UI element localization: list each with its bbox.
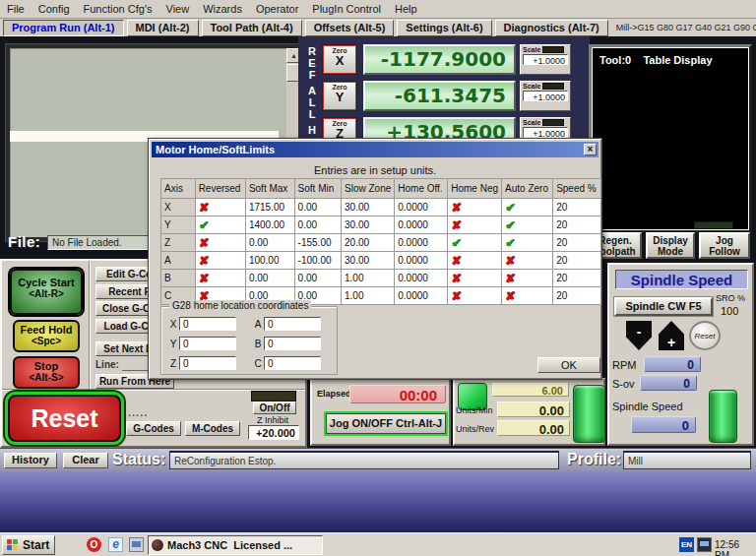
toggle-cell[interactable]: ✘ <box>195 252 245 270</box>
menu-plugin-control[interactable]: PlugIn Control <box>305 2 388 16</box>
scale-value-z[interactable]: +1.0000 <box>523 127 568 138</box>
value-cell[interactable]: 20 <box>553 270 601 287</box>
history-button[interactable]: History <box>4 453 57 468</box>
toggle-cell[interactable]: ✔ <box>195 216 245 234</box>
units-min-display[interactable]: 0.00 <box>497 402 570 417</box>
toggle-cell[interactable]: ✘ <box>502 287 553 305</box>
value-cell[interactable]: 20 <box>553 234 601 252</box>
spindle-speed-up-icon[interactable]: + <box>659 321 684 350</box>
value-cell[interactable]: 30.00 <box>342 252 395 270</box>
toggle-cell[interactable]: ✘ <box>502 270 553 287</box>
toolpath-btn-display-mode[interactable]: DisplayMode <box>646 232 695 259</box>
feed-hold-button[interactable]: Feed Hold <Spc> <box>13 320 80 352</box>
value-cell[interactable]: 100.00 <box>245 252 294 270</box>
spindle-speed-display[interactable]: 0 <box>631 416 696 433</box>
reset-button[interactable]: Reset <box>8 395 121 442</box>
toggle-cell[interactable]: ✘ <box>195 234 245 252</box>
g28-input-b[interactable] <box>264 337 321 350</box>
close-icon[interactable]: × <box>584 144 597 155</box>
z-inhibit-onoff-button[interactable]: On/Off <box>253 402 296 414</box>
value-cell[interactable]: 1715.00 <box>245 199 294 216</box>
value-cell[interactable]: 30.00 <box>342 199 395 216</box>
value-cell[interactable]: 20 <box>553 287 601 305</box>
value-cell[interactable]: 1.00 <box>342 270 395 287</box>
value-cell[interactable]: 1400.00 <box>245 216 294 234</box>
fro-display[interactable]: 6.00 <box>492 383 569 397</box>
tab-diagnostics-alt-7[interactable]: Diagnostics (Alt-7) <box>495 20 608 36</box>
value-cell[interactable]: 0.0000 <box>395 216 448 234</box>
spindle-speed-slider[interactable] <box>709 390 737 443</box>
value-cell[interactable]: 0.00 <box>245 270 294 287</box>
toggle-cell[interactable]: ✘ <box>195 270 245 287</box>
tab-settings-alt-6[interactable]: Settings (Alt-6) <box>397 20 491 36</box>
value-cell[interactable]: 30.00 <box>342 216 395 234</box>
g28-input-c[interactable] <box>264 356 321 370</box>
toggle-cell[interactable]: ✘ <box>448 199 502 216</box>
value-cell[interactable]: 20 <box>553 199 601 216</box>
jog-onoff-button[interactable]: Jog ON/OFF Ctrl-Alt-J <box>326 413 446 434</box>
toolpath-display[interactable]: Tool:0 Table Display <box>589 44 752 233</box>
toolpath-btn-jog-follow[interactable]: JogFollow <box>699 232 750 259</box>
opera-icon[interactable]: O <box>87 537 101 552</box>
toggle-cell[interactable]: ✔ <box>448 234 502 252</box>
sro-reset-button[interactable]: Reset <box>689 321 721 350</box>
value-cell[interactable]: -155.00 <box>294 234 341 252</box>
toggle-cell[interactable]: ✔ <box>502 216 553 234</box>
language-indicator[interactable]: EN <box>679 537 694 552</box>
menu-help[interactable]: Help <box>388 2 424 16</box>
menu-operator[interactable]: Operator <box>249 2 305 16</box>
toggle-cell[interactable]: ✘ <box>448 216 502 234</box>
internet-explorer-icon[interactable]: e <box>108 537 123 552</box>
show-desktop-icon[interactable] <box>129 537 144 552</box>
value-cell[interactable]: 0.00 <box>294 199 341 216</box>
dro-value-x[interactable]: -1177.9000 <box>363 44 516 75</box>
value-cell[interactable]: 0.0000 <box>395 270 448 287</box>
toggle-cell[interactable]: ✘ <box>448 252 502 270</box>
toggle-cell[interactable]: ✔ <box>502 199 553 216</box>
value-cell[interactable]: 0.0000 <box>395 252 448 270</box>
toggle-cell[interactable]: ✘ <box>448 270 502 287</box>
value-cell[interactable]: 1.00 <box>342 287 395 305</box>
stop-button[interactable]: Stop <Alt-S> <box>13 356 80 389</box>
z-inhibit-value[interactable]: +20.000 <box>248 425 299 440</box>
tray-icon[interactable] <box>697 537 712 552</box>
menu-file[interactable]: File <box>0 2 32 16</box>
g28-input-a[interactable] <box>264 317 321 331</box>
value-cell[interactable]: -100.00 <box>294 252 341 270</box>
value-cell[interactable]: 0.0000 <box>395 199 448 216</box>
value-cell[interactable]: 0.0000 <box>395 287 448 305</box>
zero-y-button[interactable]: ZeroY <box>322 81 357 111</box>
tab-mdi-alt-2[interactable]: MDI (Alt-2) <box>127 20 199 36</box>
tab-offsets-alt-5[interactable]: Offsets (Alt-5) <box>305 20 395 36</box>
value-cell[interactable]: 0.00 <box>245 234 294 252</box>
menu-wizards[interactable]: Wizards <box>196 2 249 16</box>
g-codes-button[interactable]: G-Codes <box>126 421 181 436</box>
dro-value-y[interactable]: -611.3475 <box>363 81 516 111</box>
mach3-taskbar-button[interactable]: Mach3 CNC Licensed ... <box>148 535 323 555</box>
spindle-cw-button[interactable]: Spindle CW F5 <box>614 297 713 316</box>
units-rev-display[interactable]: 0.00 <box>497 420 570 436</box>
toggle-cell[interactable]: ✘ <box>502 252 553 270</box>
value-cell[interactable]: 0.00 <box>294 270 341 287</box>
cycle-start-button[interactable]: Cycle Start <Alt-R> <box>10 269 83 315</box>
toggle-cell[interactable]: ✘ <box>195 199 245 216</box>
value-cell[interactable]: 0.0000 <box>395 234 448 252</box>
menu-view[interactable]: View <box>159 2 197 16</box>
clear-button[interactable]: Clear <box>63 453 108 468</box>
scale-value-y[interactable]: +1.0000 <box>523 91 568 101</box>
dialog-title-bar[interactable]: Motor Home/SoftLimits × <box>152 142 598 157</box>
zero-x-button[interactable]: ZeroX <box>322 44 357 75</box>
toggle-cell[interactable]: ✘ <box>448 287 502 305</box>
feedrate-slider[interactable] <box>573 385 605 443</box>
start-button[interactable]: Start <box>2 535 55 555</box>
toggle-cell[interactable]: ✔ <box>502 234 553 252</box>
g28-input-x[interactable] <box>179 317 236 331</box>
menu-function-cfg-s[interactable]: Function Cfg's <box>77 2 159 16</box>
tab-tool-path-alt-4[interactable]: Tool Path (Alt-4) <box>202 20 302 36</box>
spindle-speed-down-icon[interactable]: - <box>626 321 652 350</box>
value-cell[interactable]: 0.00 <box>294 216 341 234</box>
g28-input-y[interactable] <box>179 337 236 350</box>
ok-button[interactable]: OK <box>537 357 600 373</box>
scale-value-x[interactable]: +1.0000 <box>523 54 568 65</box>
m-codes-button[interactable]: M-Codes <box>185 421 240 436</box>
